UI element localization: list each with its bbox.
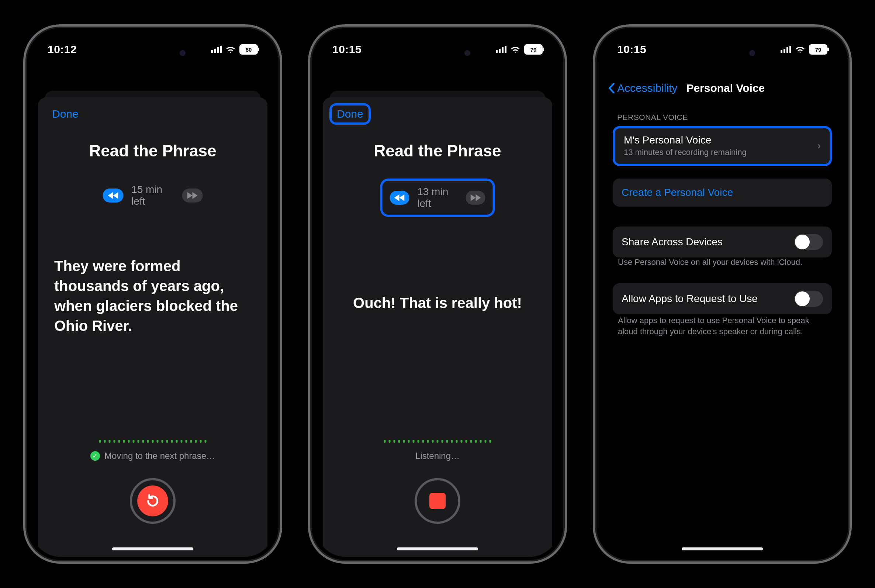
home-indicator[interactable] [112, 548, 193, 550]
chevron-right-icon: › [817, 140, 821, 152]
checkmark-icon: ✓ [90, 451, 100, 461]
audio-waveform [99, 440, 207, 442]
cellular-signal-icon [779, 46, 791, 53]
home-indicator[interactable] [397, 548, 478, 550]
stop-icon [429, 493, 446, 509]
retry-icon [146, 494, 160, 508]
dynamic-island [114, 42, 192, 64]
recording-sheet: Done Read the Phrase 13 min left Ouch! T… [323, 98, 552, 557]
done-button[interactable]: Done [330, 103, 371, 124]
phrase-text: They were formed thousands of years ago,… [54, 256, 251, 336]
nav-title: Personal Voice [686, 82, 765, 94]
share-across-devices-label: Share Across Devices [622, 236, 723, 248]
status-time: 10:15 [333, 43, 361, 56]
share-footer-note: Use Personal Voice on all your devices w… [618, 257, 827, 268]
dynamic-island [399, 42, 476, 64]
navigation-bar: Accessibility Personal Voice [599, 75, 845, 101]
recording-status-label: Listening… [415, 451, 460, 461]
wifi-icon [510, 45, 520, 54]
allow-footer-note: Allow apps to request to use Personal Vo… [618, 315, 827, 337]
chevron-left-icon [608, 83, 615, 93]
phrase-text: Ouch! That is really hot! [339, 293, 536, 313]
allow-apps-label: Allow Apps to Request to Use [622, 293, 758, 305]
time-remaining-row: 15 min left [96, 178, 210, 213]
home-indicator[interactable] [682, 548, 763, 550]
phone-frame: 10:12 80 Done Read the Phrase [23, 24, 282, 564]
battery-indicator: 79 [809, 44, 827, 55]
time-remaining-label: 15 min left [131, 184, 174, 207]
recording-status: ✓ Moving to the next phrase… [38, 451, 267, 461]
recording-status-label: Moving to the next phrase… [104, 451, 215, 461]
create-personal-voice-label: Create a Personal Voice [622, 187, 733, 198]
screen-title: Read the Phrase [323, 142, 552, 160]
status-time: 10:12 [48, 43, 77, 56]
back-label: Accessibility [617, 82, 677, 94]
fast-forward-button[interactable] [466, 191, 485, 205]
time-remaining-label: 13 min left [417, 186, 458, 210]
phone-frame: 10:15 79 Accessibility [593, 24, 852, 564]
personal-voice-subtitle: 13 minutes of recording remaining [624, 147, 747, 157]
share-across-devices-row: Share Across Devices [613, 226, 832, 258]
record-button[interactable] [415, 478, 460, 524]
create-personal-voice-row[interactable]: Create a Personal Voice [613, 178, 832, 207]
recording-sheet: Done Read the Phrase 15 min left They we… [38, 98, 267, 557]
wifi-icon [225, 45, 236, 54]
phone-frame: 10:15 79 Done Read the Phrase [308, 24, 567, 564]
personal-voice-title: M's Personal Voice [624, 134, 747, 146]
cellular-signal-icon [495, 46, 506, 53]
rewind-button[interactable] [103, 189, 124, 202]
back-button[interactable]: Accessibility [608, 82, 677, 94]
done-button[interactable]: Done [47, 105, 84, 123]
status-time: 10:15 [617, 43, 646, 56]
battery-indicator: 79 [524, 44, 542, 55]
recording-status: Listening… [323, 451, 552, 461]
allow-apps-toggle[interactable] [794, 291, 823, 307]
rewind-button[interactable] [390, 191, 409, 205]
wifi-icon [795, 45, 805, 54]
screen-title: Read the Phrase [38, 142, 267, 160]
audio-waveform [384, 440, 491, 442]
cellular-signal-icon [210, 46, 222, 53]
battery-indicator: 80 [240, 44, 258, 55]
personal-voice-row[interactable]: M's Personal Voice 13 minutes of recordi… [613, 126, 832, 166]
fast-forward-button[interactable] [182, 189, 203, 202]
time-remaining-row: 13 min left [380, 178, 495, 217]
record-button[interactable] [130, 478, 175, 524]
share-across-devices-toggle[interactable] [794, 234, 823, 250]
allow-apps-row: Allow Apps to Request to Use [613, 283, 832, 314]
dynamic-island [683, 42, 761, 64]
section-header-personal-voice: PERSONAL VOICE [617, 113, 688, 122]
